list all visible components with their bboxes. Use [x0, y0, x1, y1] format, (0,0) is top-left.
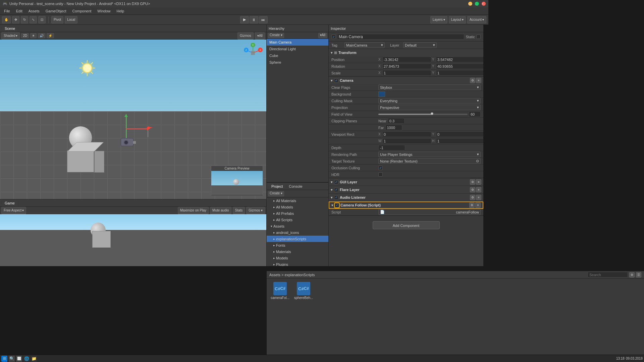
camera-enabled-cb[interactable] [334, 78, 338, 83]
tree-item-materials[interactable]: ▸ Materials [267, 248, 328, 255]
scale-y-input[interactable] [436, 70, 483, 76]
gui-layer-settings-icon[interactable]: ⚙ [470, 179, 475, 185]
flare-layer-header[interactable]: ▾ Flare Layer ⚙ ≡ [329, 186, 483, 193]
gui-layer-menu-icon[interactable]: ≡ [476, 179, 481, 185]
play-button[interactable]: ▶ [240, 16, 249, 23]
rot-y-input[interactable] [436, 63, 483, 69]
maximize-button[interactable]: □ [475, 2, 479, 6]
vp-h-input[interactable] [436, 138, 483, 144]
maximize-btn[interactable]: Maximize on Play [178, 207, 209, 214]
camera-follow-header[interactable]: ▾ Camera Follow (Script) ⚙ ≡ [329, 201, 483, 209]
pause-button[interactable]: ⏸ [250, 16, 258, 23]
vp-w-input[interactable] [382, 138, 431, 144]
audio-listener-header[interactable]: ▾ Audio Listener ⚙ ≡ [329, 194, 483, 201]
far-input[interactable] [385, 125, 402, 130]
tree-item-android-icons[interactable]: ▸ android_icons [267, 229, 328, 236]
tree-item-all-models[interactable]: ▸ All Models [267, 204, 328, 210]
object-name-input[interactable] [337, 34, 464, 40]
scene-audio-btn[interactable]: 🔊 [38, 33, 45, 38]
stats-btn[interactable]: Stats [233, 207, 245, 214]
local-button[interactable]: Local [65, 16, 77, 23]
menu-window[interactable]: Window [95, 8, 113, 14]
tab-game[interactable]: Game [2, 200, 17, 206]
step-button[interactable]: ⏭ [259, 16, 268, 23]
hierarchy-all-btn[interactable]: ▾All [318, 33, 327, 38]
layer-dropdown[interactable]: Default ▾ [403, 42, 437, 48]
aspect-dropdown[interactable]: Free Aspect ▾ [1, 207, 26, 214]
depth-input[interactable] [378, 145, 405, 150]
scale-tool[interactable]: ⤡ [30, 16, 37, 23]
hierarchy-item-directional-light[interactable]: Directional Light [267, 46, 328, 52]
rendering-path-dropdown[interactable]: Use Player Settings ▾ [378, 152, 481, 157]
hierarchy-create-btn[interactable]: Create ▾ [268, 33, 284, 38]
minimize-button[interactable]: — [468, 2, 472, 6]
game-viewport[interactable] [0, 214, 266, 266]
near-input[interactable] [388, 118, 405, 124]
tree-item-plugins[interactable]: ▸ Plugins [267, 261, 328, 266]
flare-layer-settings-icon[interactable]: ⚙ [470, 187, 475, 192]
camera-settings-icon[interactable]: ⚙ [470, 78, 475, 83]
layers-dropdown[interactable]: Layers ▾ [430, 16, 447, 23]
gizmos-dropdown[interactable]: Gizmos [237, 32, 254, 40]
tree-item-assets[interactable]: ▾ Assets [267, 223, 328, 229]
rotate-tool[interactable]: ↻ [21, 16, 28, 23]
rot-x-input[interactable] [382, 63, 431, 69]
flare-layer-menu-icon[interactable]: ≡ [476, 187, 481, 192]
camera-follow-cb[interactable] [335, 203, 339, 207]
pos-y-input[interactable] [436, 57, 483, 62]
hand-tool[interactable]: ✋ [2, 16, 11, 23]
gizmo-widget[interactable]: X Y Z [243, 43, 263, 63]
menu-component[interactable]: Component [69, 8, 94, 14]
script-dropdown[interactable]: 📄 cameraFollow [378, 209, 481, 215]
vp-x-input[interactable] [382, 131, 431, 137]
tree-item-fonts[interactable]: ▸ Fonts [267, 242, 328, 248]
tab-scene[interactable]: Scene [2, 26, 18, 31]
tree-item-all-scripts[interactable]: ▸ All Scripts [267, 217, 328, 223]
hdr-checkbox[interactable] [378, 172, 383, 177]
project-create-btn[interactable]: Create ▾ [268, 191, 284, 196]
vp-y-input[interactable] [436, 131, 483, 137]
add-component-button[interactable]: Add Component [373, 221, 440, 229]
clear-flags-dropdown[interactable]: Skybox ▾ [378, 84, 481, 90]
audio-listener-menu-icon[interactable]: ≡ [476, 195, 481, 200]
gui-layer-header[interactable]: ▾ GUI Layer ⚙ ≡ [329, 178, 483, 186]
culling-mask-dropdown[interactable]: Everything ▾ [378, 98, 481, 104]
scene-light-btn[interactable]: ☀ [30, 33, 37, 38]
camera-follow-menu-icon[interactable]: ≡ [475, 202, 481, 208]
scale-x-input[interactable] [382, 70, 431, 76]
pos-x-input[interactable] [382, 57, 431, 62]
account-dropdown[interactable]: Account ▾ [467, 16, 486, 23]
menu-edit[interactable]: Edit [13, 8, 25, 14]
fov-thumb[interactable] [431, 112, 433, 115]
scene-viewport[interactable]: X Y Z Camera Preview [0, 40, 266, 199]
target-texture-dropdown[interactable]: None (Render Texture) ⊙ [378, 158, 481, 164]
tree-item-all-prefabs[interactable]: ▸ All Prefabs [267, 210, 328, 217]
camera-follow-settings-icon[interactable]: ⚙ [469, 202, 475, 208]
menu-gameobject[interactable]: GameObject [43, 8, 69, 14]
all-dropdown[interactable]: ▾All [255, 32, 265, 40]
mute-btn[interactable]: Mute audio [210, 207, 231, 214]
shading-dropdown[interactable]: Shaded ▾ [1, 32, 20, 40]
fov-track[interactable] [378, 114, 468, 115]
close-button[interactable]: × [482, 2, 486, 6]
flare-layer-cb[interactable] [334, 188, 338, 192]
pivot-button[interactable]: Pivot [51, 16, 63, 23]
hierarchy-item-main-camera[interactable]: Main Camera [267, 39, 328, 46]
fov-input[interactable] [469, 111, 481, 117]
camera-menu-icon[interactable]: ≡ [476, 78, 481, 83]
projection-dropdown[interactable]: Perspective ▾ [378, 105, 481, 110]
hierarchy-item-sphere[interactable]: Sphere [267, 59, 328, 66]
tree-item-explanation-scripts[interactable]: ▸ explanationScripts [267, 236, 328, 242]
2d-toggle[interactable]: 2D [21, 33, 29, 38]
hierarchy-item-cube[interactable]: Cube [267, 52, 328, 59]
occlusion-checkbox[interactable] [378, 166, 383, 170]
static-checkbox[interactable] [476, 35, 481, 39]
menu-file[interactable]: File [1, 8, 13, 14]
layout-dropdown[interactable]: Layout ▾ [449, 16, 466, 23]
scene-fx-btn[interactable]: ⚡ [47, 33, 54, 38]
menu-assets[interactable]: Assets [26, 8, 42, 14]
rect-tool[interactable]: ⊡ [38, 16, 46, 23]
audio-listener-cb[interactable] [334, 195, 338, 200]
tree-item-models[interactable]: ▸ Models [267, 255, 328, 261]
move-tool[interactable]: ✥ [12, 16, 19, 23]
